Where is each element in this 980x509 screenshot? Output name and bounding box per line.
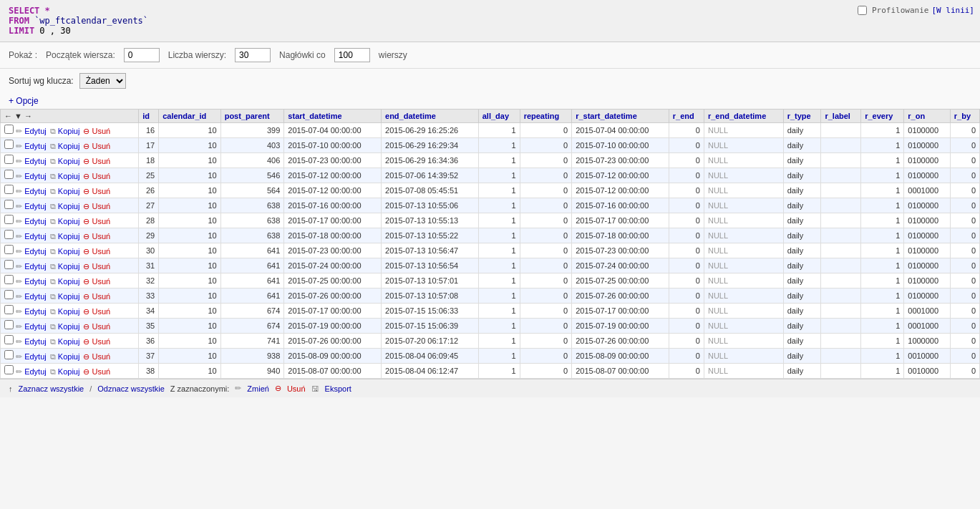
th-r-type[interactable]: r_type — [783, 110, 821, 123]
kopiuj-link[interactable]: Kopiuj — [58, 232, 80, 241]
usun-link[interactable]: Usuń — [92, 262, 111, 271]
kopiuj-link[interactable]: Kopiuj — [58, 277, 80, 286]
th-repeating[interactable]: repeating — [520, 110, 572, 123]
row-checkbox[interactable] — [4, 215, 14, 224]
row-checkbox[interactable] — [4, 155, 14, 164]
th-end-datetime[interactable]: end_datetime — [382, 110, 479, 123]
edytuj-link[interactable]: Edytuj — [24, 292, 47, 301]
kopiuj-link[interactable]: Kopiuj — [58, 157, 80, 165]
kopiuj-link[interactable]: Kopiuj — [58, 352, 80, 361]
usun-link[interactable]: Usuń — [92, 232, 111, 241]
kopiuj-link[interactable]: Kopiuj — [58, 172, 80, 180]
th-r-by[interactable]: r_by — [950, 110, 979, 123]
usun-link[interactable]: Usuń — [92, 142, 111, 150]
kopiuj-link[interactable]: Kopiuj — [58, 337, 80, 346]
edytuj-link[interactable]: Edytuj — [24, 142, 47, 150]
kopiuj-link[interactable]: Kopiuj — [58, 307, 80, 316]
edytuj-link[interactable]: Edytuj — [24, 277, 47, 286]
kopiuj-link[interactable]: Kopiuj — [58, 262, 80, 271]
zmien-link[interactable]: Zmień — [247, 384, 269, 393]
cell-r_label — [821, 364, 861, 379]
row-checkbox[interactable] — [4, 170, 14, 179]
kopiuj-link[interactable]: Kopiuj — [58, 322, 80, 331]
edytuj-link[interactable]: Edytuj — [24, 247, 47, 256]
kopiuj-link[interactable]: Kopiuj — [58, 217, 80, 226]
usun-link[interactable]: Usuń — [92, 172, 111, 180]
row-checkbox[interactable] — [4, 305, 14, 314]
row-checkbox[interactable] — [4, 245, 14, 254]
copy-icon: ⧉ — [50, 172, 56, 180]
th-r-start-datetime[interactable]: r_start_datetime — [572, 110, 669, 123]
th-all-day[interactable]: all_day — [478, 110, 520, 123]
cell-r_every: 1 — [861, 198, 904, 213]
th-calendar-id[interactable]: calendar_id — [159, 110, 221, 123]
row-checkbox[interactable] — [4, 335, 14, 344]
cell-r_type: daily — [783, 183, 821, 198]
edytuj-link[interactable]: Edytuj — [24, 322, 47, 331]
kopiuj-link[interactable]: Kopiuj — [58, 187, 80, 195]
usun-link[interactable]: Usuń — [92, 202, 111, 210]
usun-link[interactable]: Usuń — [287, 384, 306, 393]
usun-link[interactable]: Usuń — [92, 187, 111, 195]
kopiuj-link[interactable]: Kopiuj — [58, 247, 80, 256]
th-r-end[interactable]: r_end — [669, 110, 704, 123]
edytuj-link[interactable]: Edytuj — [24, 232, 47, 241]
usun-link[interactable]: Usuń — [92, 127, 111, 135]
zaznacz-wszystkie-link[interactable]: Zaznacz wszystkie — [19, 384, 84, 393]
usun-link[interactable]: Usuń — [92, 247, 111, 256]
kopiuj-link[interactable]: Kopiuj — [58, 202, 80, 210]
th-start-datetime[interactable]: start_datetime — [284, 110, 382, 123]
th-post-parent[interactable]: post_parent — [220, 110, 284, 123]
odznacz-wszystkie-link[interactable]: Odznacz wszystkie — [97, 384, 165, 393]
row-checkbox[interactable] — [4, 260, 14, 269]
edytuj-link[interactable]: Edytuj — [24, 157, 47, 165]
eksport-link[interactable]: Eksport — [325, 384, 351, 393]
th-id[interactable]: id — [139, 110, 159, 123]
row-checkbox[interactable] — [4, 125, 14, 134]
row-checkbox[interactable] — [4, 350, 14, 359]
edytuj-link[interactable]: Edytuj — [24, 352, 47, 361]
row-checkbox[interactable] — [4, 140, 14, 149]
th-r-end-datetime[interactable]: r_end_datetime — [704, 110, 783, 123]
kopiuj-link[interactable]: Kopiuj — [58, 142, 80, 150]
edytuj-link[interactable]: Edytuj — [24, 187, 47, 195]
usun-link[interactable]: Usuń — [92, 217, 111, 226]
edytuj-link[interactable]: Edytuj — [24, 367, 47, 376]
row-checkbox[interactable] — [4, 230, 14, 239]
profilowanie-link[interactable]: [W linii] — [931, 6, 974, 15]
edytuj-link[interactable]: Edytuj — [24, 172, 47, 180]
sort-select[interactable]: Żaden — [79, 73, 126, 89]
profilowanie-checkbox[interactable] — [858, 6, 867, 15]
th-r-every[interactable]: r_every — [861, 110, 904, 123]
row-checkbox[interactable] — [4, 320, 14, 329]
edytuj-link[interactable]: Edytuj — [24, 202, 47, 210]
th-r-on[interactable]: r_on — [904, 110, 951, 123]
liczba-input[interactable] — [235, 48, 271, 62]
kopiuj-link[interactable]: Kopiuj — [58, 127, 80, 135]
usun-link[interactable]: Usuń — [92, 307, 111, 316]
edytuj-link[interactable]: Edytuj — [24, 262, 47, 271]
options-link[interactable]: + Opcje — [0, 93, 980, 109]
naglowki-input[interactable] — [334, 48, 370, 62]
kopiuj-link[interactable]: Kopiuj — [58, 292, 80, 301]
usun-link[interactable]: Usuń — [92, 337, 111, 346]
row-checkbox[interactable] — [4, 200, 14, 209]
usun-link[interactable]: Usuń — [92, 292, 111, 301]
edytuj-link[interactable]: Edytuj — [24, 127, 47, 135]
profilowanie-label: Profilowanie — [872, 6, 928, 15]
usun-link[interactable]: Usuń — [92, 157, 111, 165]
edytuj-link[interactable]: Edytuj — [24, 217, 47, 226]
usun-link[interactable]: Usuń — [92, 277, 111, 286]
usun-link[interactable]: Usuń — [92, 367, 111, 376]
row-checkbox[interactable] — [4, 365, 14, 374]
edytuj-link[interactable]: Edytuj — [24, 307, 47, 316]
usun-link[interactable]: Usuń — [92, 322, 111, 331]
row-checkbox[interactable] — [4, 185, 14, 194]
row-checkbox[interactable] — [4, 290, 14, 299]
th-r-label[interactable]: r_label — [821, 110, 861, 123]
poczatek-input[interactable] — [124, 48, 160, 62]
edytuj-link[interactable]: Edytuj — [24, 337, 47, 346]
row-checkbox[interactable] — [4, 275, 14, 284]
kopiuj-link[interactable]: Kopiuj — [58, 367, 80, 376]
usun-link[interactable]: Usuń — [92, 352, 111, 361]
